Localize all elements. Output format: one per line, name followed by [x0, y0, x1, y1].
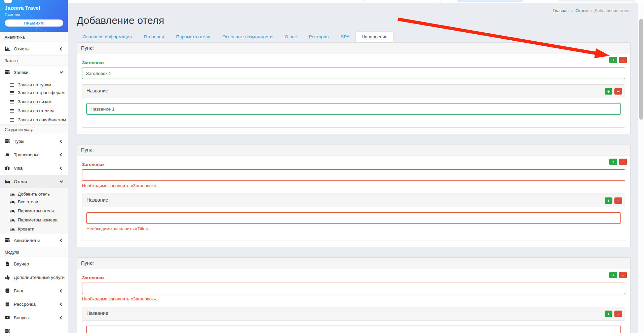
tab-галлерея[interactable]: Галлерея — [138, 31, 170, 42]
chevron-down-icon — [60, 179, 63, 183]
sidebar-item-отели[interactable]: Отели — [0, 175, 68, 188]
tab-о-нас[interactable]: О нас — [279, 31, 303, 42]
sidebar-menu: АналитикаОтчетыЗаказыЗаявкиЗаявки по тур… — [0, 32, 68, 333]
item-action-buttons: +− — [609, 272, 627, 278]
brand-title: Jazeera Travel — [5, 5, 63, 11]
add-item-button[interactable]: + — [605, 310, 612, 317]
add-item-button[interactable]: + — [609, 272, 617, 278]
remove-item-button[interactable]: − — [614, 197, 622, 204]
sidebar-subitem-заявки-по-визам[interactable]: Заявки по визам — [0, 97, 68, 106]
sidebar-item-заявки[interactable]: Заявки — [0, 66, 68, 79]
browser-pill-fragment — [457, 0, 523, 2]
book-icon — [5, 288, 10, 293]
tab-основные-возможности[interactable]: Основные возможности — [216, 31, 278, 42]
add-item-button[interactable]: + — [609, 57, 617, 63]
sidebar-item-дополнительные-услуги[interactable]: Дополнительные услуги — [0, 270, 68, 284]
sidebar-subitem-параметры-номера[interactable]: Параметры номера — [0, 215, 68, 224]
name-subpanel-header: Название+− — [82, 307, 625, 321]
breadcrumb-separator: > — [590, 9, 592, 13]
breadcrumb-2[interactable]: Отели — [575, 8, 588, 13]
sidebar-subitem-все-отели[interactable]: Все отели — [0, 197, 68, 206]
remove-item-button[interactable]: − — [619, 57, 627, 63]
sidebar-item-partial[interactable] — [0, 324, 68, 333]
sidebar-item-label: Заявки по турам — [18, 82, 51, 87]
sidebar-item-label: Блог — [14, 288, 24, 293]
title-field-input[interactable] — [82, 169, 625, 181]
sidebar-item-label: Параметры отеля — [18, 208, 54, 213]
add-item-button[interactable]: + — [605, 197, 612, 204]
name-subpanel-body — [82, 98, 625, 127]
title-field-input[interactable] — [82, 283, 625, 294]
add-item-button[interactable]: + — [609, 159, 617, 165]
title-field-label: Заголовок — [82, 162, 625, 167]
lines-icon — [9, 117, 14, 122]
sidebar-item-visa[interactable]: Visa — [0, 161, 68, 175]
sidebar-subitem-заявки-по-турам[interactable]: Заявки по турам — [0, 79, 68, 88]
premium-badge[interactable]: ПРЕМИУМ — [5, 19, 63, 27]
sidebar-item-label: Дополнительные услуги — [14, 275, 65, 280]
sidebar-item-label: Заявки по авиобилетам — [18, 117, 66, 122]
chevron-down-icon — [60, 70, 63, 74]
bed-icon — [9, 217, 14, 222]
chevron-left-icon — [60, 302, 63, 306]
sidebar-item-туры[interactable]: Туры — [0, 134, 68, 148]
sidebar-subitem-кровати[interactable]: Кровати — [0, 224, 68, 234]
scrollbar-track[interactable] — [638, 3, 644, 333]
add-item-button[interactable]: + — [605, 88, 612, 94]
sidebar-item-label: Ваучер — [14, 261, 29, 266]
tab-ресторан[interactable]: Ресторан — [303, 31, 335, 42]
title-field-error: Необходимо заполнить «Заголовок». — [82, 183, 625, 188]
item-panel-header: Пункт — [77, 144, 630, 156]
sidebar-item-блог[interactable]: Блог — [0, 284, 68, 297]
sidebar-subitem-заявки-по-трансферам[interactable]: Заявки по трансферам — [0, 88, 68, 97]
tab-наполнение[interactable]: Наполнение — [355, 31, 393, 42]
sidebar-item-label: Отели — [14, 179, 27, 184]
sidebar-item-label: Заявки по трансферам — [18, 90, 65, 95]
item-action-buttons: +− — [605, 88, 622, 94]
item-panel-body: ЗаголовокНеобходимо заполнить «Заголовок… — [77, 156, 630, 247]
sidebar-item-трансферы[interactable]: Трансферы — [0, 148, 68, 161]
remove-item-button[interactable]: − — [614, 88, 622, 94]
sidebar-item-ваучер[interactable]: Ваучер — [0, 257, 68, 270]
remove-item-button[interactable]: − — [619, 159, 627, 165]
sidebar-subitem-заявки-по-отелям[interactable]: Заявки по отелям — [0, 106, 68, 115]
sidebar-item-label: Параметры номера — [18, 217, 58, 222]
title-field-error: Необходимо заполнить «Заголовок». — [82, 296, 625, 301]
name-field-input[interactable] — [86, 103, 621, 115]
item-panel: Пункт+−ЗаголовокНазвание+− — [77, 42, 631, 134]
sidebar-item-бонусы[interactable]: Бонусы — [0, 311, 68, 324]
name-field-input[interactable] — [86, 326, 621, 333]
name-field-input[interactable] — [86, 212, 621, 224]
name-subpanel-title: Название — [86, 197, 108, 203]
item-action-buttons: +− — [605, 310, 622, 317]
name-subpanel-title: Название — [86, 88, 108, 93]
scrollbar-thumb[interactable] — [639, 19, 643, 120]
title-field-input[interactable] — [82, 68, 625, 79]
name-subpanel: Название+−Необходимо заполнить «Title». — [82, 194, 625, 241]
sidebar-subitem-параметры-отеля[interactable]: Параметры отеля — [0, 206, 68, 215]
remove-item-button[interactable]: − — [614, 310, 622, 317]
money-icon — [5, 315, 10, 320]
sidebar-subitem-добавить-отель[interactable]: Добавить отель — [0, 188, 68, 197]
briefcase-icon — [5, 165, 10, 171]
sidebar-item-отчеты[interactable]: Отчеты — [0, 42, 68, 55]
sidebar-item-label: Добавить отель — [18, 192, 50, 197]
sidebar-item-рассрочка[interactable]: Рассрочка — [0, 297, 68, 311]
name-subpanel-body: Необходимо заполнить «Title». — [82, 207, 625, 241]
tab-spa[interactable]: SPA — [335, 31, 355, 42]
stack-icon — [5, 70, 10, 75]
sidebar-subitem-заявки-по-авиобилетам[interactable]: Заявки по авиобилетам — [0, 115, 68, 124]
sidebar-item-label: Трансферы — [14, 152, 38, 157]
tab-основная-информация[interactable]: Основная информация — [77, 31, 138, 42]
menu-section-label: Создание услуг — [0, 124, 68, 134]
tab-параметр-отеля[interactable]: Параметр отеля — [170, 31, 217, 42]
lines-icon — [9, 90, 14, 95]
voucher-icon — [5, 261, 10, 266]
breadcrumb-3: Добавление отеля — [595, 8, 631, 13]
lines-icon — [9, 99, 14, 104]
chevron-left-icon — [60, 139, 63, 143]
stack-icon — [5, 138, 10, 144]
remove-item-button[interactable]: − — [619, 272, 627, 278]
sidebar-item-авиабилеты[interactable]: Авиабилеты — [0, 234, 68, 247]
breadcrumb-1[interactable]: Главная — [553, 8, 569, 13]
